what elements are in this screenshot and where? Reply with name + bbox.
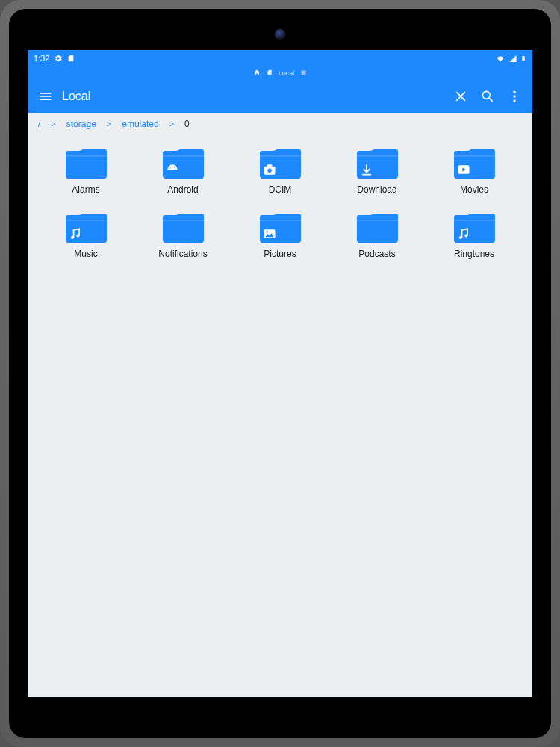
folder-label: Android xyxy=(167,185,198,195)
overflow-button[interactable] xyxy=(501,83,528,110)
folder-icon xyxy=(63,210,108,244)
folder-label: Ringtones xyxy=(454,249,494,259)
chevron-right-icon: > xyxy=(169,120,174,128)
svg-point-3 xyxy=(513,99,515,102)
breadcrumb-segment[interactable]: storage xyxy=(66,119,96,129)
breadcrumb-segment[interactable]: emulated xyxy=(122,119,158,129)
folder-item[interactable]: Download xyxy=(332,143,422,195)
search-icon xyxy=(480,89,495,104)
folder-item[interactable]: Podcasts xyxy=(332,207,422,259)
folder-label: Music xyxy=(74,249,97,259)
chevron-right-icon: > xyxy=(51,120,55,128)
svg-point-8 xyxy=(71,236,74,239)
folder-grid: AlarmsAndroidDCIMDownloadMoviesMusicNoti… xyxy=(28,135,532,267)
more-vert-icon xyxy=(507,89,522,104)
folder-icon xyxy=(258,146,302,180)
svg-rect-6 xyxy=(267,164,273,167)
folder-icon xyxy=(452,210,497,244)
picture-icon xyxy=(262,226,277,241)
svg-point-2 xyxy=(513,95,515,97)
svg-point-9 xyxy=(76,235,79,238)
svg-point-11 xyxy=(267,231,268,232)
folder-icon xyxy=(355,210,399,244)
svg-point-5 xyxy=(267,169,271,173)
folder-label: Notifications xyxy=(158,249,207,259)
svg-point-12 xyxy=(459,236,462,239)
folder-label: DCIM xyxy=(269,185,292,195)
camera-icon xyxy=(262,162,277,177)
folder-item[interactable]: Alarms xyxy=(41,143,131,195)
close-icon xyxy=(453,89,468,104)
sd-card-icon xyxy=(267,69,273,78)
status-bar: 1:32 xyxy=(28,50,532,66)
tab-local[interactable]: Local xyxy=(279,69,295,77)
hamburger-icon xyxy=(38,89,53,104)
chevron-right-icon: > xyxy=(107,120,111,128)
folder-label: Movies xyxy=(460,185,488,195)
folder-item[interactable]: Music xyxy=(41,207,131,259)
svg-point-1 xyxy=(513,91,515,93)
folder-item[interactable]: Pictures xyxy=(235,207,325,259)
sd-card-icon xyxy=(67,54,75,63)
folder-icon xyxy=(63,146,108,180)
folder-icon xyxy=(258,210,302,244)
svg-point-0 xyxy=(482,91,490,99)
music-icon xyxy=(456,226,471,241)
close-button[interactable] xyxy=(447,83,474,110)
folder-label: Podcasts xyxy=(358,249,395,259)
status-left: 1:32 xyxy=(34,54,75,63)
folder-icon xyxy=(452,146,497,180)
breadcrumb-segment[interactable]: / xyxy=(38,119,40,129)
tablet-frame: 1:32 xyxy=(0,0,560,747)
folder-icon xyxy=(355,146,399,180)
play-icon xyxy=(456,162,471,177)
tablet-bezel: 1:32 xyxy=(9,9,551,738)
android-icon xyxy=(165,162,180,177)
tab-strip: Local xyxy=(28,66,532,80)
status-right xyxy=(495,54,526,63)
folder-item[interactable]: Notifications xyxy=(138,207,228,259)
music-icon xyxy=(68,226,83,241)
home-icon[interactable] xyxy=(253,69,261,78)
folder-icon xyxy=(161,146,205,180)
breadcrumb-segment-current[interactable]: 0 xyxy=(184,119,190,129)
breadcrumb: / > storage > emulated > 0 xyxy=(28,113,532,135)
battery-icon xyxy=(520,54,526,63)
folder-icon xyxy=(161,210,205,244)
wifi-icon xyxy=(495,55,505,63)
folder-label: Alarms xyxy=(72,185,99,195)
folder-label: Pictures xyxy=(264,249,296,259)
add-tab-icon[interactable] xyxy=(300,69,307,78)
folder-item[interactable]: Movies xyxy=(429,143,519,195)
signal-icon xyxy=(508,55,517,63)
download-icon xyxy=(359,162,374,177)
folder-item[interactable]: Android xyxy=(138,143,228,195)
folder-item[interactable]: Ringtones xyxy=(429,207,519,259)
screen: 1:32 xyxy=(28,50,532,697)
search-button[interactable] xyxy=(474,83,501,110)
status-time: 1:32 xyxy=(34,54,49,63)
gear-icon xyxy=(54,54,63,63)
menu-button[interactable] xyxy=(32,83,59,110)
app-bar-title: Local xyxy=(62,90,90,103)
folder-label: Download xyxy=(357,185,396,195)
svg-point-13 xyxy=(464,235,467,238)
front-camera xyxy=(275,29,285,40)
folder-item[interactable]: DCIM xyxy=(235,143,325,195)
app-bar: Local xyxy=(28,80,532,113)
